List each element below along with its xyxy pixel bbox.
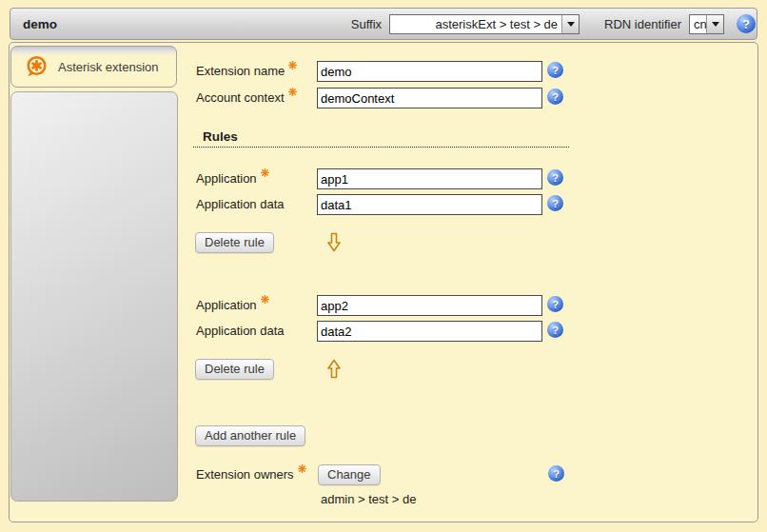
required-icon <box>298 464 306 473</box>
application-data-input[interactable] <box>317 194 542 215</box>
account-context-input[interactable] <box>317 88 542 108</box>
dropdown-arrow-icon[interactable] <box>706 15 723 33</box>
help-icon[interactable]: ? <box>547 195 563 211</box>
rdn-identifier-label: RDN identifier <box>604 17 681 31</box>
application-label: Application <box>196 295 269 316</box>
page: demo Suffix asteriskExt > test > de RDN … <box>0 0 767 532</box>
help-icon[interactable]: ? <box>547 322 563 338</box>
dropdown-arrow-icon[interactable] <box>561 15 579 33</box>
move-rule-down-icon[interactable] <box>326 232 342 252</box>
sidebar-background <box>10 91 178 502</box>
required-icon <box>288 88 297 96</box>
extension-name-label: Extension name <box>196 61 297 82</box>
help-icon[interactable]: ? <box>547 169 563 186</box>
application-label: Application <box>196 168 269 189</box>
extension-name-input[interactable] <box>317 61 542 82</box>
rdn-identifier-select[interactable]: cn <box>689 14 724 34</box>
titlebar: demo Suffix asteriskExt > test > de RDN … <box>10 8 757 40</box>
help-icon[interactable]: ? <box>548 465 564 482</box>
move-rule-up-icon[interactable] <box>326 359 342 379</box>
application-data-label: Application data <box>196 321 285 342</box>
extension-owners-label: Extension owners <box>196 464 306 485</box>
extension-owners-value: admin > test > de <box>321 489 416 510</box>
application-input[interactable] <box>317 295 542 316</box>
help-icon[interactable]: ? <box>547 89 563 105</box>
help-icon[interactable]: ? <box>547 296 563 312</box>
page-title: demo <box>23 17 57 31</box>
required-icon <box>288 61 297 69</box>
suffix-select-value: asteriskExt > test > de <box>390 15 561 33</box>
tab-label: Asterisk extension <box>58 60 159 74</box>
account-context-label: Account context <box>196 88 297 108</box>
help-icon[interactable]: ? <box>547 62 563 78</box>
delete-rule-button[interactable]: Delete rule <box>195 359 274 380</box>
tab-asterisk-extension[interactable]: Asterisk extension <box>10 46 177 88</box>
delete-rule-button[interactable]: Delete rule <box>195 232 274 253</box>
application-data-input[interactable] <box>317 321 542 342</box>
asterisk-logo-icon <box>24 54 49 79</box>
application-input[interactable] <box>317 168 542 189</box>
application-data-label: Application data <box>196 194 285 215</box>
add-rule-button[interactable]: Add another rule <box>195 425 305 446</box>
change-owners-button[interactable]: Change <box>318 464 381 485</box>
rdn-select-value: cn <box>690 15 706 33</box>
suffix-label: Suffix <box>351 17 382 31</box>
help-icon[interactable]: ? <box>737 14 756 33</box>
suffix-select[interactable]: asteriskExt > test > de <box>389 14 580 34</box>
required-icon <box>261 295 269 304</box>
rules-section-header: Rules <box>193 129 569 148</box>
required-icon <box>261 168 269 177</box>
